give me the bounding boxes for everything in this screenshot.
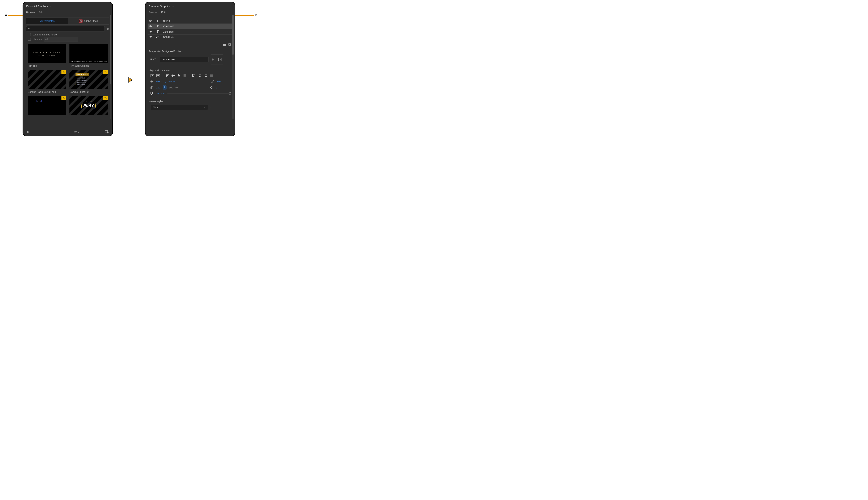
layer-row[interactable]: Shape 01 <box>148 34 233 39</box>
layer-row[interactable]: T Credit roll <box>148 24 233 29</box>
edit-scrollbar[interactable] <box>232 15 234 119</box>
distribute-horizontal-icon[interactable] <box>209 74 214 78</box>
svg-line-1 <box>30 29 30 30</box>
svg-rect-56 <box>151 92 151 93</box>
template-thumb[interactable]: TA LIVE <box>27 96 66 115</box>
svg-rect-13 <box>228 44 231 45</box>
scale-icon <box>150 86 154 89</box>
new-layer-icon[interactable] <box>228 43 231 47</box>
position-x-value[interactable]: 939.0 <box>156 80 162 83</box>
thumb-overlay: MATCH TIMES MATCH ONE MATCH TWO MATCH TH… <box>75 73 106 86</box>
svg-rect-38 <box>184 76 186 76</box>
scale-link-toggle[interactable] <box>163 86 166 90</box>
svg-rect-39 <box>184 77 186 77</box>
svg-rect-54 <box>151 87 152 89</box>
anchor-y-value[interactable]: 0.0 <box>227 80 230 83</box>
link-icon <box>164 86 166 89</box>
layer-name: Step 1 <box>163 20 170 22</box>
pin-to-select[interactable]: Video Frame ⌄ <box>160 57 209 62</box>
callout-a-label: A <box>5 13 7 17</box>
segment-my-templates[interactable]: My Templates <box>26 18 68 24</box>
anchor-icon <box>211 80 215 83</box>
svg-rect-57 <box>152 92 153 93</box>
layer-name: Shape 01 <box>163 35 174 38</box>
opacity-slider[interactable] <box>167 93 230 93</box>
favorites-star-icon[interactable]: ★ <box>106 27 109 31</box>
scale-w-value[interactable]: 100 <box>156 86 160 89</box>
sort-menu[interactable]: ⌄ <box>74 131 80 134</box>
align-left-icon[interactable] <box>192 74 196 78</box>
panel-menu-icon[interactable]: ≡ <box>172 5 174 8</box>
new-group-icon[interactable] <box>223 43 226 47</box>
align-top-icon[interactable] <box>165 74 169 78</box>
callout-b-label: B <box>255 13 257 17</box>
mogrt-badge-icon: TA <box>61 70 66 74</box>
libraries-checkbox[interactable] <box>28 38 31 41</box>
tab-browse[interactable]: Browse <box>149 11 157 15</box>
push-up-icon[interactable]: ↑ <box>213 106 214 109</box>
align-vmiddle-icon[interactable] <box>171 74 175 78</box>
distribute-vertical-icon[interactable] <box>183 74 187 78</box>
libraries-select[interactable]: All ⌄ <box>44 37 78 42</box>
visibility-eye-icon[interactable] <box>149 20 152 22</box>
svg-rect-61 <box>152 93 153 94</box>
svg-rect-45 <box>199 76 200 77</box>
svg-rect-44 <box>199 75 201 76</box>
browse-scrollbar[interactable] <box>110 15 111 119</box>
panel-menu-icon[interactable]: ≡ <box>50 5 51 8</box>
svg-rect-62 <box>151 94 152 95</box>
svg-rect-30 <box>167 75 168 76</box>
tab-browse[interactable]: Browse <box>26 11 35 15</box>
tab-edit[interactable]: Edit <box>39 11 43 15</box>
visibility-eye-icon[interactable] <box>149 31 152 33</box>
chevron-down-icon: ⌄ <box>205 58 207 61</box>
align-hcenter-icon[interactable] <box>198 74 202 78</box>
search-icon <box>28 27 31 30</box>
chevron-down-icon: ⌄ <box>78 131 80 134</box>
adobe-stock-badge-icon: St <box>79 20 82 23</box>
local-templates-checkbox[interactable] <box>28 33 31 36</box>
template-thumb[interactable]: YOUR TITLE HERE EPISODE NAME Film Title <box>27 44 66 68</box>
thumb-caption: Film Title <box>27 65 66 67</box>
align-bottom-icon[interactable] <box>177 74 181 78</box>
tab-edit[interactable]: Edit <box>161 11 166 15</box>
opacity-value[interactable]: 100.0 <box>156 92 162 95</box>
master-styles-select[interactable]: None ⌄ <box>151 105 208 110</box>
zoom-slider[interactable] <box>27 132 72 132</box>
mogrt-badge-icon: TA <box>61 96 66 100</box>
layer-row[interactable]: T Step 1 <box>148 18 233 24</box>
position-y-value[interactable]: 644.5 <box>168 80 175 83</box>
layer-row[interactable]: T Jane Doe <box>148 29 233 34</box>
svg-rect-50 <box>211 75 212 77</box>
align-vcenter-parent-icon[interactable] <box>156 74 161 78</box>
template-thumb[interactable]: TA LEAGUE { PLAY } <box>69 96 108 115</box>
svg-rect-27 <box>157 75 159 76</box>
svg-point-11 <box>150 31 151 32</box>
mogrt-badge-icon: TA <box>103 96 108 100</box>
push-down-icon[interactable]: ↓ <box>210 106 211 109</box>
rotation-value[interactable]: 0 <box>216 86 218 89</box>
svg-rect-63 <box>153 94 153 95</box>
new-item-button[interactable] <box>105 130 108 134</box>
search-input[interactable] <box>26 26 105 32</box>
visibility-eye-icon[interactable] <box>149 25 152 28</box>
svg-point-9 <box>150 20 151 21</box>
segment-adobe-stock[interactable]: St Adobe Stock <box>68 18 109 24</box>
template-thumb[interactable]: TA MATCH TIMES MATCH ONE MATCH TWO MATCH… <box>69 70 108 94</box>
template-thumb[interactable]: CAPTIONS AND SUBTITLES FOR ONLINE USE Fi… <box>69 44 108 68</box>
pin-diagram[interactable] <box>211 54 223 65</box>
template-thumb[interactable]: TA Gaming Background Loop <box>27 70 66 94</box>
essential-graphics-edit-panel: Essential Graphics ≡ Browse Edit T Step … <box>145 2 235 136</box>
text-layer-icon: T <box>155 19 160 23</box>
align-transform-title: Align and Transform <box>149 69 232 72</box>
anchor-x-value[interactable]: 0.0 <box>217 80 221 83</box>
svg-rect-29 <box>166 75 167 77</box>
panel-title: Essential Graphics <box>26 5 48 8</box>
position-icon <box>150 80 154 83</box>
svg-rect-36 <box>179 75 180 77</box>
align-right-icon[interactable] <box>203 74 208 78</box>
visibility-eye-icon[interactable] <box>149 35 152 38</box>
svg-point-0 <box>28 28 30 29</box>
align-hcenter-parent-icon[interactable] <box>150 74 154 78</box>
layer-name: Jane Doe <box>163 31 174 33</box>
